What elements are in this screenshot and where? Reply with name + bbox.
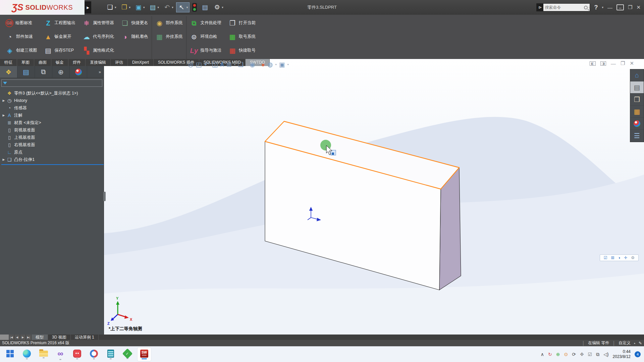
pane-right-icon[interactable]: ◨ xyxy=(600,61,606,66)
appearances-tab[interactable] xyxy=(630,118,644,130)
tab-sheetmetal[interactable]: 钣金 xyxy=(51,59,68,66)
file-explorer-tab[interactable]: ❒ xyxy=(630,94,644,106)
tab-3d-views[interactable]: 3D 视图 xyxy=(48,335,71,340)
rollback-bar[interactable] xyxy=(1,164,104,165)
panel-splitter-handle[interactable] xyxy=(103,192,106,201)
help-button[interactable]: ? xyxy=(594,4,598,11)
tab-last-button[interactable]: ▶| xyxy=(26,335,32,340)
code-serialize-button[interactable]: ☁代号序列化 xyxy=(82,30,114,44)
part-accelerate-button[interactable]: ◔部件加速 xyxy=(5,30,37,44)
customize-button[interactable]: 自定义 xyxy=(619,340,631,346)
tree-item-annotations[interactable]: ▶A注解 xyxy=(1,112,104,119)
tab-motion-study[interactable]: 运动算例 1 xyxy=(71,335,99,340)
tree-item-history[interactable]: ▶◷History xyxy=(1,97,104,104)
visual-studio-button[interactable]: ∞ xyxy=(54,348,67,361)
rebuild-button[interactable] xyxy=(191,2,198,13)
tab-direct-edit[interactable]: 直接编辑 xyxy=(86,59,111,66)
quick-tips-icon[interactable]: ✎ xyxy=(639,341,642,346)
tab-model[interactable]: 模型 xyxy=(32,335,48,340)
help-caret-icon[interactable]: ▾ xyxy=(602,6,603,9)
open-button[interactable]: ❒▾ xyxy=(119,3,132,12)
doc-minimize-button[interactable]: — xyxy=(611,61,616,66)
restore-button[interactable]: ❐ xyxy=(628,4,632,10)
annotations-icon[interactable]: A xyxy=(220,62,224,68)
span-displays-button[interactable]: ↔ xyxy=(616,4,624,10)
dimxpert-manager-tab[interactable]: ⊕ xyxy=(52,66,70,78)
tab-sketch[interactable]: 草图 xyxy=(17,59,34,66)
doc-close-button[interactable]: ✕ xyxy=(630,60,634,66)
tree-item-sensors[interactable]: ◔传感器 xyxy=(1,104,104,112)
env-check-button[interactable]: ⊙环境自检 xyxy=(190,30,222,44)
start-button[interactable] xyxy=(3,348,17,361)
search-caret-icon[interactable]: ▾ xyxy=(588,6,590,9)
sync-app-button[interactable] xyxy=(87,348,101,361)
property-manager-tab[interactable]: ▤ xyxy=(17,66,35,78)
zoom-fit-icon[interactable]: ◎ xyxy=(188,61,194,68)
design-library-tab[interactable]: ▤ xyxy=(630,81,644,94)
featuremanager-tree-tab[interactable]: ❖ xyxy=(0,66,17,78)
draw-standard-button[interactable]: GB绘图标准 xyxy=(5,16,37,30)
command-search[interactable]: ⊳ ▾ xyxy=(536,3,590,11)
tree-item-top-plane[interactable]: ▯上视基准面 xyxy=(1,134,104,141)
tree-item-front-plane[interactable]: ▯前视基准面 xyxy=(1,126,104,134)
hide-show-items-icon[interactable]: ⊞ xyxy=(226,61,232,68)
tab-features[interactable]: 特征 xyxy=(0,59,17,66)
tray-search-icon[interactable]: ⊙ xyxy=(564,352,568,357)
configuration-manager-tab[interactable]: ⧉ xyxy=(35,66,52,78)
display-pane-button[interactable]: ▤ xyxy=(200,3,210,12)
view-palette-tab[interactable]: ▦ xyxy=(630,106,644,118)
view-settings-icon[interactable]: ▣ xyxy=(279,61,285,68)
tree-root-item[interactable]: ❖零件3 (默认<<默认>_显示状态 1>) xyxy=(1,89,104,97)
tree-item-origin[interactable]: ∟原点 xyxy=(1,148,104,156)
apply-scene-icon[interactable]: ◍ xyxy=(267,61,273,68)
tree-item-material[interactable]: ≣材质 <未指定> xyxy=(1,119,104,126)
print-button[interactable]: ▤▾ xyxy=(148,3,161,12)
section-view-icon[interactable]: ◫ xyxy=(212,61,218,68)
tab-evaluate[interactable]: 评估 xyxy=(111,59,128,66)
tab-surfaces[interactable]: 曲面 xyxy=(34,59,51,66)
search-icon[interactable] xyxy=(584,6,588,9)
tab-dimxpert[interactable]: DimXpert xyxy=(128,59,154,66)
drawing-output-button[interactable]: Z工程图输出 xyxy=(44,16,76,30)
select-tool-button[interactable]: ↖▾ xyxy=(176,2,190,12)
part-system-button[interactable]: ◉部件系统 xyxy=(155,16,183,30)
customize-caret-icon[interactable]: ▴ xyxy=(634,342,635,345)
notification-badge[interactable]: 4 xyxy=(635,351,641,357)
doc-restore-button[interactable]: ❐ xyxy=(621,60,625,66)
previous-view-icon[interactable]: ↶ xyxy=(204,61,210,68)
quickbar-snap-icon[interactable]: ⊞ xyxy=(611,255,614,260)
notes-app-button[interactable] xyxy=(104,348,117,361)
tray-green-coin-icon[interactable]: ⊕ xyxy=(556,352,560,357)
create-three-views-button[interactable]: ◈创建三视图 xyxy=(5,44,37,57)
resources-home-tab[interactable]: ⌂ xyxy=(630,69,644,81)
save-step-button[interactable]: ▤保存STEP xyxy=(44,44,76,57)
tray-backup-icon[interactable]: ⟳ xyxy=(572,352,576,357)
zoom-area-icon[interactable]: ◰ xyxy=(196,61,202,68)
file-batch-button[interactable]: ⧉文件批处理 xyxy=(190,16,222,30)
quick-rename-button[interactable]: ❏快捷更名 xyxy=(121,16,148,30)
edge-button[interactable] xyxy=(20,348,34,361)
search-input[interactable] xyxy=(543,5,584,10)
tab-weldments[interactable]: 焊件 xyxy=(68,59,86,66)
tree-filter-box[interactable] xyxy=(1,79,102,87)
property-manager-button[interactable]: ❄属性管理器 xyxy=(82,16,114,30)
save-button[interactable]: ▣▾ xyxy=(133,3,146,12)
menu-expand-button[interactable]: ▶ xyxy=(85,1,91,13)
tray-expand-icon[interactable]: ∧ xyxy=(541,352,544,357)
new-document-button[interactable]: ❏▾ xyxy=(105,3,118,12)
green-app-button[interactable]: ✓ xyxy=(121,348,134,361)
tray-display-icon[interactable]: ⧉ xyxy=(596,352,599,357)
close-button[interactable]: ✕ xyxy=(636,4,641,10)
red-cat-app-button[interactable] xyxy=(70,348,84,361)
graphics-viewport[interactable]: Y X Z *上下二等角轴测 ☑ ⊞ ◑ ✛ ⚙ xyxy=(104,59,644,335)
tray-sync-icon[interactable]: ↻ xyxy=(548,352,552,357)
quick-number-button[interactable]: ▦快捷取号 xyxy=(228,44,256,57)
display-style-icon[interactable]: ◉ xyxy=(250,61,255,68)
property-format-button[interactable]: ▚属性格式化 xyxy=(82,44,114,57)
file-explorer-button[interactable] xyxy=(37,348,50,361)
solidworks-taskbar-button[interactable]: SW2016 xyxy=(138,348,151,361)
tree-item-boss-extrude[interactable]: ▶❑凸台-拉伸1 xyxy=(1,156,104,163)
quickbar-gear-icon[interactable]: ⚙ xyxy=(631,255,635,260)
taskbar-clock[interactable]: 0:44 2023/8/12 xyxy=(613,349,631,359)
view-orientation-icon[interactable]: ❑ xyxy=(238,61,244,68)
